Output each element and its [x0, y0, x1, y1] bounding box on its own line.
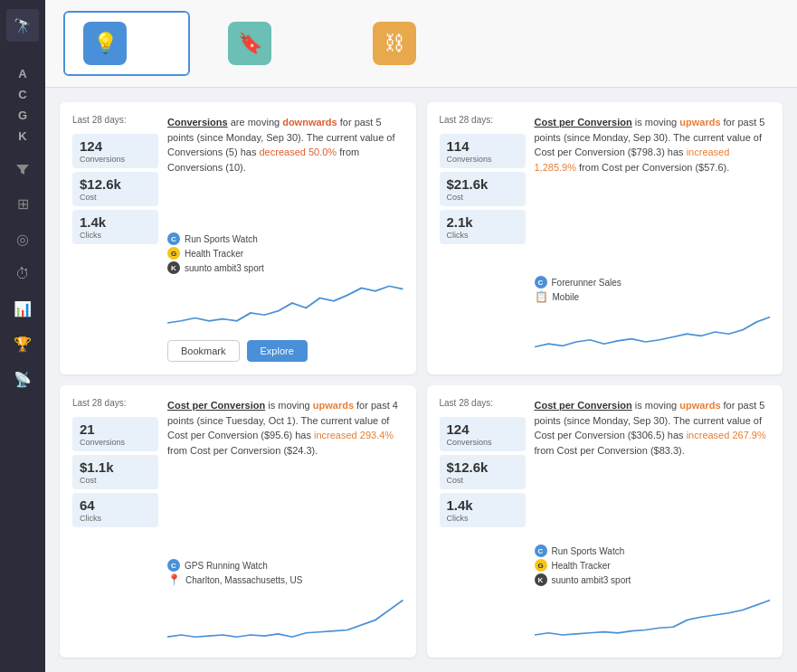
sidebar-logo[interactable]: 🔭	[6, 9, 39, 42]
segment-item: K suunto ambit3 sport	[167, 261, 403, 274]
metric-link[interactable]: Conversions	[167, 117, 228, 128]
sidebar-letter-g[interactable]: G	[18, 105, 27, 126]
card-text: Cost per Conversion is moving upwards fo…	[167, 398, 403, 552]
insight-card-1: Last 28 days: 124 Conversions $12.6k Cos…	[60, 102, 416, 374]
segment-item: C Run Sports Watch	[167, 232, 403, 245]
stat-label: Clicks	[447, 514, 518, 523]
stat-box: 1.4k Clicks	[440, 493, 526, 527]
date-label: Last 28 days:	[72, 115, 158, 125]
segment-item: C GPS Running Watch	[167, 559, 403, 572]
segment-item: K suunto ambit3 sport	[535, 573, 771, 586]
sidebar-letter-a[interactable]: A	[18, 63, 26, 84]
date-label: Last 28 days:	[440, 398, 526, 408]
cards-area: Last 28 days: 124 Conversions $12.6k Cos…	[45, 88, 797, 672]
sidebar-letter-c[interactable]: C	[18, 84, 26, 105]
filter-icon[interactable]	[0, 154, 45, 186]
segment-label: Health Tracker	[552, 561, 611, 571]
stat-value: $12.6k	[80, 176, 151, 193]
card-right-3: Cost per Conversion is moving upwards fo…	[167, 398, 403, 645]
stat-label: Cost	[447, 193, 518, 202]
insight-card-4: Last 28 days: 124 Conversions $12.6k Cos…	[427, 385, 783, 658]
segment-item: G Health Tracker	[167, 247, 403, 260]
segment-label: Run Sports Watch	[552, 546, 625, 556]
stat-label: Cost	[80, 476, 151, 485]
main-content: 💡 🔖 ⛓ Last 28 days:	[45, 0, 797, 672]
segment-icon: 📋	[535, 290, 548, 303]
stat-box: $12.6k Cost	[440, 455, 526, 489]
chart-svg	[167, 595, 403, 645]
stat-box: 124 Conversions	[72, 134, 158, 168]
card-segments: C GPS Running Watch 📍 Charlton, Massachu…	[167, 559, 403, 586]
stat-box: 1.4k Clicks	[72, 210, 158, 244]
insight-card-2: Last 28 days: 114 Conversions $21.6k Cos…	[427, 102, 783, 374]
segment-label: Mobile	[553, 292, 579, 302]
metric-link[interactable]: Cost per Conversion	[535, 400, 632, 411]
change-text: increased 1,285.9%	[535, 147, 730, 173]
card-left-1: Last 28 days: 124 Conversions $12.6k Cos…	[72, 115, 158, 362]
stat-value: 124	[447, 421, 518, 438]
segment-label: Run Sports Watch	[185, 234, 258, 244]
date-label: Last 28 days:	[72, 398, 158, 408]
stat-label: Cost	[80, 193, 151, 202]
chart-svg	[535, 595, 771, 645]
segment-dot: C	[167, 232, 180, 245]
stat-label: Cost	[447, 476, 518, 485]
card-text: Cost per Conversion is moving upwards fo…	[535, 115, 771, 269]
stat-box: 114 Conversions	[440, 134, 526, 168]
explore-button[interactable]: Explore	[247, 340, 308, 362]
segment-label: Charlton, Massachusetts, US	[185, 575, 303, 585]
card-text: Conversions are moving downwards for pas…	[167, 115, 403, 225]
location-icon[interactable]: ◎	[0, 222, 45, 257]
sidebar-letter-k[interactable]: K	[18, 126, 26, 147]
stat-value: 21	[80, 421, 151, 438]
segment-dot: C	[167, 559, 180, 572]
sidebar: 🔭 A C G K ⊞ ◎ ⏱ 📊 🏆 📡	[0, 0, 45, 672]
chart-icon[interactable]: 📊	[0, 291, 45, 327]
clock-icon[interactable]: ⏱	[0, 257, 45, 291]
change-text: increased 293.4%	[314, 430, 394, 440]
card-segments: C Run Sports Watch G Health Tracker K su…	[535, 544, 771, 586]
direction-text: upwards	[679, 117, 720, 128]
direction-text: downwards	[282, 117, 337, 128]
active-tab-icon: 💡	[83, 22, 127, 65]
stat-label: Clicks	[80, 231, 151, 240]
segment-label: Health Tracker	[185, 249, 243, 259]
tab-actioned[interactable]: ⛓	[353, 11, 479, 76]
card-right-4: Cost per Conversion is moving upwards fo…	[535, 398, 771, 645]
segment-item: C Forerunner Sales	[535, 276, 771, 289]
metric-link[interactable]: Cost per Conversion	[167, 400, 265, 411]
segment-label: GPS Running Watch	[185, 561, 268, 571]
card-segments: C Run Sports Watch G Health Tracker K su…	[167, 232, 403, 274]
geo-icon: 📍	[167, 573, 181, 586]
segment-label: Forerunner Sales	[552, 278, 621, 288]
tab-active[interactable]: 💡	[63, 11, 190, 76]
chart-svg	[535, 312, 771, 362]
card-segments: C Forerunner Sales 📋 Mobile	[535, 276, 771, 303]
stat-box: $21.6k Cost	[440, 172, 526, 206]
card-chart	[535, 312, 771, 362]
direction-text: upwards	[313, 400, 354, 411]
rss-icon[interactable]: 📡	[0, 362, 45, 397]
header-tabs: 💡 🔖 ⛓	[45, 0, 797, 88]
tab-bookmarked[interactable]: 🔖	[208, 11, 335, 76]
date-label: Last 28 days:	[440, 115, 526, 125]
card-left-4: Last 28 days: 124 Conversions $12.6k Cos…	[440, 398, 526, 645]
stat-box: 2.1k Clicks	[440, 210, 526, 244]
card-actions: Bookmark Explore	[167, 340, 403, 362]
segment-dot: C	[535, 544, 547, 557]
card-chart	[535, 595, 771, 645]
grid-icon[interactable]: ⊞	[0, 186, 45, 222]
segment-item: C Run Sports Watch	[535, 544, 771, 557]
segment-dot: G	[535, 559, 547, 572]
segment-label: suunto ambit3 sport	[552, 575, 631, 585]
segment-item: 📋 Mobile	[535, 290, 771, 303]
stat-value: 1.4k	[80, 214, 151, 231]
actioned-tab-icon: ⛓	[373, 22, 416, 65]
metric-link[interactable]: Cost per Conversion	[535, 117, 632, 128]
card-left-2: Last 28 days: 114 Conversions $21.6k Cos…	[440, 115, 526, 362]
stat-box: 21 Conversions	[72, 417, 158, 451]
bookmark-button[interactable]: Bookmark	[167, 340, 240, 362]
stat-value: $12.6k	[447, 459, 518, 476]
trophy-icon[interactable]: 🏆	[0, 327, 45, 362]
stat-value: 124	[80, 138, 151, 155]
